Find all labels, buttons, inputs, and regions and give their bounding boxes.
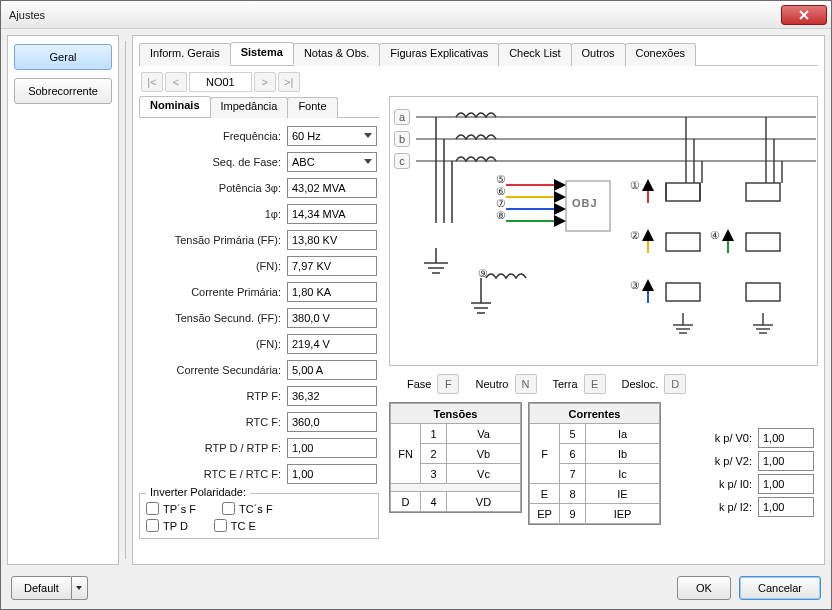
svg-rect-28	[746, 233, 780, 251]
seq-select[interactable]: ABC	[287, 152, 377, 172]
marker-8: ⑧	[496, 209, 506, 222]
left-sidebar: Geral Sobrecorrente	[7, 35, 119, 565]
tab-figuras[interactable]: Figuras Explicativas	[379, 43, 499, 66]
pot1-label: 1φ:	[141, 208, 287, 220]
chevron-down-icon	[364, 159, 372, 164]
tab-notas[interactable]: Notas & Obs.	[293, 43, 380, 66]
freq-label: Frequência:	[141, 130, 287, 142]
ki2-label: k p/ I2:	[702, 501, 752, 513]
sidebar-sobrecorrente-button[interactable]: Sobrecorrente	[14, 78, 112, 104]
ki0-label: k p/ I0:	[702, 478, 752, 490]
tab-checklist[interactable]: Check List	[498, 43, 571, 66]
cancel-button[interactable]: Cancelar	[739, 576, 821, 600]
marker-2: ②	[630, 229, 640, 242]
tab-conexoes[interactable]: Conexões	[625, 43, 697, 66]
rtpd-input[interactable]	[287, 438, 377, 458]
svg-rect-20	[666, 233, 700, 251]
invert-legend: Inverter Polaridade:	[146, 486, 250, 498]
chk-tcs-f[interactable]: TC´s F	[222, 502, 273, 515]
cp-input[interactable]	[287, 282, 377, 302]
subtab-nominais[interactable]: Nominais	[139, 96, 211, 117]
default-dropdown-button[interactable]	[72, 576, 88, 600]
correntes-table: Correntes F 5Ia 6Ib 7Ic E8IE EP9IEP	[528, 402, 661, 525]
titlebar: Ajustes	[1, 1, 831, 29]
legend-neutro-button[interactable]: N	[515, 374, 537, 394]
pot1-input[interactable]	[287, 204, 377, 224]
svg-rect-21	[666, 283, 700, 301]
nav-prev-button[interactable]: <	[165, 72, 187, 92]
rtce-input[interactable]	[287, 464, 377, 484]
cs-input[interactable]	[287, 360, 377, 380]
rtpf-input[interactable]	[287, 386, 377, 406]
legend-terra-button[interactable]: E	[584, 374, 606, 394]
freq-select[interactable]: 60 Hz	[287, 126, 377, 146]
correntes-f: F	[530, 424, 560, 484]
legend-desloc-button[interactable]: D	[664, 374, 686, 394]
k-factors: k p/ V0: k p/ V2: k p/ I0: k p/ I2:	[702, 428, 818, 517]
subtab-fonte[interactable]: Fonte	[287, 97, 337, 118]
tab-inform-gerais[interactable]: Inform. Gerais	[139, 43, 231, 66]
tpff-input[interactable]	[287, 230, 377, 250]
tensoes-title: Tensões	[391, 404, 521, 424]
main-tabs: Inform. Gerais Sistema Notas & Obs. Figu…	[139, 42, 818, 66]
nav-first-button[interactable]: |<	[141, 72, 163, 92]
ajustes-window: Ajustes Geral Sobrecorrente Inform. Gera…	[0, 0, 832, 610]
default-button[interactable]: Default	[11, 576, 72, 600]
tsff-input[interactable]	[287, 308, 377, 328]
chk-tp-d[interactable]: TP D	[146, 519, 188, 532]
cs-label: Corrente Secundária:	[141, 364, 287, 376]
kv0-input[interactable]	[758, 428, 814, 448]
correntes-ep: EP	[530, 504, 560, 524]
legend-fase-button[interactable]: F	[437, 374, 459, 394]
sidebar-geral-button[interactable]: Geral	[14, 44, 112, 70]
svg-rect-19	[666, 183, 700, 201]
diagram-svg	[396, 103, 816, 359]
cp-label: Corrente Primária:	[141, 286, 287, 298]
tsfn-label: (FN):	[141, 338, 287, 350]
chk-tps-f[interactable]: TP´s F	[146, 502, 196, 515]
svg-rect-29	[746, 283, 780, 301]
svg-rect-27	[746, 183, 780, 201]
tsff-label: Tensão Secund. (FF):	[141, 312, 287, 324]
tensoes-d: D	[391, 492, 421, 512]
nav-next-button[interactable]: >	[254, 72, 276, 92]
main-panel: Inform. Gerais Sistema Notas & Obs. Figu…	[132, 35, 825, 565]
tab-sistema[interactable]: Sistema	[230, 42, 294, 65]
kv2-label: k p/ V2:	[702, 455, 752, 467]
nav-last-button[interactable]: >|	[278, 72, 300, 92]
ki2-input[interactable]	[758, 497, 814, 517]
tpfn-label: (FN):	[141, 260, 287, 272]
circuit-diagram: a b c	[389, 96, 818, 366]
vertical-separator	[125, 41, 126, 559]
ki0-input[interactable]	[758, 474, 814, 494]
legend-neutro-label: Neutro	[475, 378, 508, 390]
correntes-title: Correntes	[530, 404, 660, 424]
chk-tc-e[interactable]: TC E	[214, 519, 256, 532]
kv2-input[interactable]	[758, 451, 814, 471]
tsfn-input[interactable]	[287, 334, 377, 354]
marker-3: ③	[630, 279, 640, 292]
tpfn-input[interactable]	[287, 256, 377, 276]
rtce-label: RTC E / RTC F:	[141, 468, 287, 480]
obj-label: OBJ	[572, 197, 598, 209]
tab-outros[interactable]: Outros	[571, 43, 626, 66]
correntes-e: E	[530, 484, 560, 504]
rtcf-input[interactable]	[287, 412, 377, 432]
form-column: Nominais Impedância Fonte Frequência: 60…	[139, 96, 379, 558]
marker-1: ①	[630, 179, 640, 192]
legend-fase-label: Fase	[407, 378, 431, 390]
close-button[interactable]	[781, 5, 827, 25]
footer: Default OK Cancelar	[1, 571, 831, 609]
tensoes-table: Tensões FN 1Va 2Vb 3Vc D4VD	[389, 402, 522, 513]
rtpf-label: RTP F:	[141, 390, 287, 402]
ok-button[interactable]: OK	[677, 576, 731, 600]
chevron-down-icon	[364, 133, 372, 138]
pot3-input[interactable]	[287, 178, 377, 198]
close-icon	[799, 10, 809, 20]
legend-terra-label: Terra	[553, 378, 578, 390]
pot3-label: Potência 3φ:	[141, 182, 287, 194]
subtab-impedancia[interactable]: Impedância	[210, 97, 289, 118]
window-title: Ajustes	[9, 9, 781, 21]
default-button-group: Default	[11, 576, 88, 600]
rtcf-label: RTC F:	[141, 416, 287, 428]
